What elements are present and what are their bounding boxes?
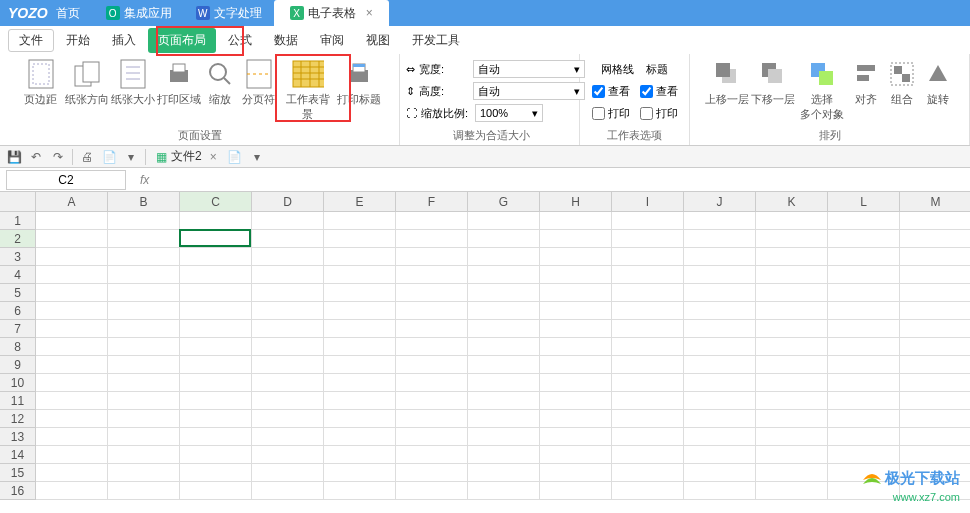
cell[interactable] (900, 356, 970, 374)
cell[interactable] (684, 446, 756, 464)
cell[interactable] (468, 410, 540, 428)
menu-formula[interactable]: 公式 (218, 28, 262, 53)
cell[interactable] (900, 284, 970, 302)
cell[interactable] (108, 428, 180, 446)
column-header[interactable]: L (828, 192, 900, 212)
cell[interactable] (396, 482, 468, 500)
cell[interactable] (468, 212, 540, 230)
row-header[interactable]: 3 (0, 248, 36, 266)
cell[interactable] (900, 338, 970, 356)
close-icon[interactable]: × (210, 150, 217, 164)
cell[interactable] (612, 392, 684, 410)
cell[interactable] (324, 428, 396, 446)
home-link[interactable]: 首页 (56, 5, 80, 22)
cell[interactable] (324, 464, 396, 482)
cell[interactable] (180, 464, 252, 482)
cell[interactable] (540, 284, 612, 302)
cell[interactable] (108, 464, 180, 482)
cell[interactable] (900, 320, 970, 338)
gridlines-print-checkbox[interactable]: 打印 (592, 106, 630, 121)
row-header[interactable]: 14 (0, 446, 36, 464)
cell[interactable] (612, 356, 684, 374)
undo-icon[interactable]: ↶ (26, 147, 46, 167)
zoom-button[interactable]: 缩放 (203, 58, 237, 122)
cell[interactable] (540, 212, 612, 230)
cell[interactable] (756, 230, 828, 248)
cell[interactable] (108, 266, 180, 284)
row-header[interactable]: 6 (0, 302, 36, 320)
cell[interactable] (468, 446, 540, 464)
cell[interactable] (684, 230, 756, 248)
cell[interactable] (612, 230, 684, 248)
cell[interactable] (324, 482, 396, 500)
column-header[interactable]: H (540, 192, 612, 212)
cell[interactable] (828, 374, 900, 392)
cell[interactable] (756, 212, 828, 230)
cell[interactable] (684, 320, 756, 338)
cell[interactable] (540, 302, 612, 320)
cell[interactable] (108, 230, 180, 248)
cell[interactable] (180, 428, 252, 446)
column-header[interactable]: I (612, 192, 684, 212)
cell[interactable] (684, 284, 756, 302)
cell[interactable] (900, 410, 970, 428)
headings-view-checkbox[interactable]: 查看 (640, 84, 678, 99)
cell[interactable] (108, 482, 180, 500)
menu-pagelayout[interactable]: 页面布局 (148, 28, 216, 53)
cell[interactable] (108, 320, 180, 338)
cell[interactable] (756, 410, 828, 428)
cell[interactable] (252, 482, 324, 500)
cell[interactable] (612, 338, 684, 356)
row-header[interactable]: 9 (0, 356, 36, 374)
width-select[interactable]: 自动▾ (473, 60, 585, 78)
cell[interactable] (180, 302, 252, 320)
cell[interactable] (684, 464, 756, 482)
cell[interactable] (756, 338, 828, 356)
cell[interactable] (180, 356, 252, 374)
cell[interactable] (108, 446, 180, 464)
group-button[interactable]: 组合 (885, 58, 919, 122)
cell[interactable] (36, 212, 108, 230)
cell[interactable] (252, 446, 324, 464)
cell[interactable] (612, 446, 684, 464)
dropdown-icon[interactable]: ▾ (121, 147, 141, 167)
cell[interactable] (468, 302, 540, 320)
select-all-corner[interactable] (0, 192, 36, 212)
headings-print-checkbox[interactable]: 打印 (640, 106, 678, 121)
cell[interactable] (468, 338, 540, 356)
menu-file[interactable]: 文件 (8, 29, 54, 52)
print-area-button[interactable]: 打印区域 (157, 58, 201, 122)
cell[interactable] (612, 302, 684, 320)
cell[interactable] (252, 230, 324, 248)
cell[interactable] (324, 230, 396, 248)
cell[interactable] (828, 392, 900, 410)
cell[interactable] (756, 446, 828, 464)
cell[interactable] (396, 284, 468, 302)
cell[interactable] (828, 446, 900, 464)
scale-select[interactable]: 100%▾ (475, 104, 543, 122)
cell[interactable] (396, 212, 468, 230)
cell[interactable] (540, 266, 612, 284)
cell[interactable] (36, 284, 108, 302)
row-header[interactable]: 5 (0, 284, 36, 302)
cell[interactable] (612, 266, 684, 284)
cell[interactable] (684, 356, 756, 374)
cell[interactable] (684, 428, 756, 446)
cell[interactable] (396, 230, 468, 248)
cell[interactable] (828, 338, 900, 356)
column-header[interactable]: E (324, 192, 396, 212)
fx-label[interactable]: fx (140, 173, 149, 187)
cell[interactable] (180, 374, 252, 392)
cell[interactable] (684, 392, 756, 410)
cell[interactable] (252, 356, 324, 374)
cell[interactable] (828, 284, 900, 302)
cell[interactable] (756, 284, 828, 302)
cell[interactable] (36, 428, 108, 446)
document-tab[interactable]: ▦ 文件2 × (150, 148, 223, 165)
cell[interactable] (540, 338, 612, 356)
cell[interactable] (540, 428, 612, 446)
print-preview-icon[interactable]: 📄 (99, 147, 119, 167)
margins-button[interactable]: 页边距 (19, 58, 63, 122)
cell[interactable] (540, 464, 612, 482)
column-header[interactable]: B (108, 192, 180, 212)
